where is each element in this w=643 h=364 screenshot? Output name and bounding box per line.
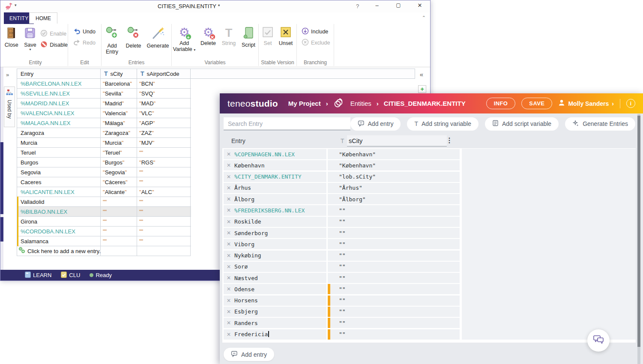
delete-variable-button[interactable]: ⚙✕ Delete [198,26,218,52]
set-stable-button[interactable]: Set [260,26,275,46]
table-row[interactable]: ✕Fredericia"" [224,329,460,340]
sairportcode-cell[interactable]: "" [137,148,191,157]
scity-cell[interactable]: "Valencia" [101,108,137,118]
table-row[interactable]: ✕Viborg"" [224,239,460,249]
table-row[interactable]: ✕Esbjerg"" [224,307,460,317]
app-menu-caret-icon[interactable]: ▾ [15,3,17,7]
scity-cell[interactable]: "" [328,228,460,238]
sairportcode-cell[interactable]: "" [137,236,191,246]
scity-cell[interactable]: "Århus" [328,183,460,193]
table-row[interactable]: ✕Sønderborg"" [224,228,460,238]
sairportcode-cell[interactable]: "VLC" [137,108,191,118]
entry-cell[interactable]: ✕Næstved [224,273,326,283]
sairportcode-cell[interactable]: "RGS" [137,158,191,167]
add-string-variable-button[interactable]: T Add string variable [407,117,479,131]
exclude-button[interactable]: Exclude [302,38,334,48]
remove-entry-icon[interactable]: ✕ [227,162,231,168]
scity-cell[interactable]: "" [328,273,460,283]
user-menu[interactable]: Molly Sanders › [558,99,614,107]
entry-cell[interactable]: ✕%COPENHAGEN.NN.LEX [224,149,326,159]
scity-cell[interactable]: "" [328,239,460,249]
scity-cell[interactable]: "Murcia" [101,138,137,147]
remove-entry-icon[interactable]: ✕ [227,298,231,304]
table-row[interactable]: Murcia"Murcia""MJV" [17,138,191,148]
sairportcode-cell[interactable]: "" [137,227,191,236]
delete-entry-button[interactable]: Delete [123,26,144,55]
save-button[interactable]: SAVE [521,98,552,109]
titlebar[interactable]: ▾ CITIES_SPAIN.ENTITY * ? – ▢ ✕ [0,0,430,12]
entry-cell[interactable]: %BARCELONA.NN.LEX [17,79,101,88]
entry-cell[interactable]: ✕Horsens [224,295,326,306]
scity-cell[interactable]: "Cáceres" [101,177,137,187]
entry-cell[interactable]: %BILBAO.NN.LEX [17,207,101,216]
column-header-scity[interactable]: TsCity [101,69,137,78]
app-logo-flamingo-icon[interactable] [5,2,12,12]
enable-button[interactable]: Enable [40,29,68,39]
remove-entry-icon[interactable]: ✕ [227,230,231,236]
entry-cell[interactable]: %MALAGA.NN.LEX [17,118,101,128]
unset-stable-button[interactable]: Unset [277,26,295,46]
scity-cell[interactable]: "" [328,262,460,272]
redo-button[interactable]: Redo [73,38,101,48]
add-script-variable-button[interactable]: Add script variable [485,117,559,131]
remove-entry-icon[interactable]: ✕ [227,196,231,202]
remove-entry-icon[interactable]: ✕ [227,275,231,281]
remove-entry-icon[interactable]: ✕ [227,207,231,213]
sairportcode-cell[interactable]: "" [137,197,191,206]
remove-entry-icon[interactable]: ✕ [227,185,231,191]
scity-cell[interactable]: "" [101,207,137,216]
scity-cell[interactable]: "København" [328,160,460,170]
sairportcode-cell[interactable]: "ALC" [137,187,191,197]
remove-entry-icon[interactable]: ✕ [227,219,231,225]
table-row[interactable]: Zaragoza"Zaragoza""ZAZ" [17,128,191,138]
close-entity-button[interactable]: Close [3,26,20,51]
entry-cell[interactable]: %SEVILLE.NN.LEX [17,89,101,98]
save-dropdown-caret-icon[interactable]: ▾ [29,48,31,51]
generate-entries-button[interactable]: Generate Entries [565,117,635,131]
entry-cell[interactable]: %CORDOBA.NN.LEX [17,227,101,236]
close-window-button[interactable]: ✕ [415,2,425,9]
entry-cell[interactable]: Burgos [17,158,101,167]
entry-cell[interactable]: Caceres [17,177,101,187]
table-row[interactable]: ✕Roskilde"" [224,217,460,227]
save-button[interactable]: Save ▾ [22,26,39,51]
entry-cell[interactable]: Salamanca [17,236,101,246]
entry-cell[interactable]: Girona [17,217,101,226]
table-row[interactable]: %BARCELONA.NN.LEX"Barcelona""BCN" [17,79,191,89]
remove-entry-icon[interactable]: ✕ [227,241,231,247]
entry-cell[interactable]: ✕Viborg [224,239,326,249]
table-row[interactable]: ✕%COPENHAGEN.NN.LEX"København" [224,149,460,159]
scity-cell[interactable]: "" [101,227,137,236]
table-row[interactable]: %SEVILLE.NN.LEX"Sevilla""SVQ" [17,89,191,98]
ribbon-collapse-icon[interactable]: ⌃ [422,15,426,21]
table-row[interactable]: Salamanca"""" [17,236,191,246]
table-row[interactable]: ✕Næstved"" [224,273,460,283]
remove-entry-icon[interactable]: ✕ [227,264,231,270]
sairportcode-cell[interactable]: "BCN" [137,79,191,88]
add-new-entry-row[interactable]: Click here to add a new entry. [17,246,191,256]
scity-cell[interactable]: "" [101,197,137,206]
scity-column-name-input[interactable] [347,135,447,146]
scrollbar[interactable] [637,114,640,364]
entry-cell[interactable]: ✕%FREDERIKSBERG.NN.LEX [224,205,326,215]
chat-fab-button[interactable] [587,329,610,352]
minimize-button[interactable]: – [372,2,382,9]
info-circle-icon[interactable]: i [626,99,635,108]
scity-cell[interactable]: "Zaragoza" [101,128,137,137]
table-row[interactable]: %MALAGA.NN.LEX"Málaga""AGP" [17,118,191,128]
remove-entry-icon[interactable]: ✕ [227,151,231,157]
search-input[interactable] [224,117,350,130]
entry-cell[interactable]: Valladolid [17,197,101,206]
sairportcode-cell[interactable]: "MAD" [137,98,191,108]
generate-entries-button[interactable]: Generate [146,26,170,55]
entry-cell[interactable]: Teruel [17,148,101,157]
scity-cell[interactable]: "" [328,307,460,317]
scity-cell[interactable]: "Ålborg" [328,194,460,204]
sairportcode-cell[interactable]: "" [137,217,191,226]
statusbar-clu-toggle[interactable]: CLU [61,272,80,279]
table-row[interactable]: Girona"""" [17,217,191,227]
table-row[interactable]: ✕Århus"Århus" [224,183,460,193]
maximize-button[interactable]: ▢ [394,2,403,8]
table-row[interactable]: %MADRID.NN.LEX"Madrid""MAD" [17,98,191,108]
column-menu-kebab-icon[interactable]: ⋮ [446,136,453,144]
